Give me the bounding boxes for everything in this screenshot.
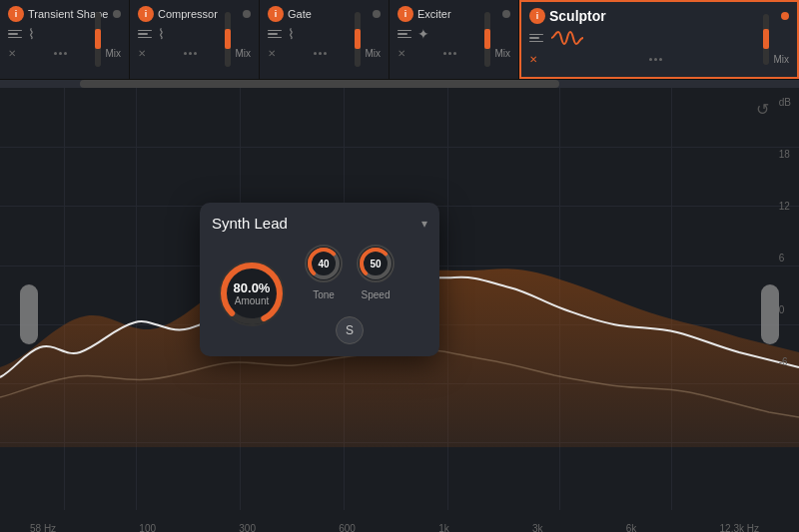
speed-label: Speed xyxy=(362,289,391,300)
wave-icon: ⌇ xyxy=(28,26,35,42)
amount-knob[interactable]: 80.0% Amount xyxy=(212,254,292,333)
freq-label-600: 600 xyxy=(339,523,356,532)
freq-labels: 58 Hz 100 300 600 1k 3k 6k 12.3k Hz xyxy=(0,523,799,532)
plugin-number: i xyxy=(268,6,284,22)
preset-name: Synth Lead xyxy=(212,215,288,232)
amount-label: 80.0% Amount xyxy=(234,279,271,306)
speed-knob[interactable]: 50 Speed xyxy=(354,242,398,300)
freq-label-1k: 1k xyxy=(438,523,449,532)
x-mark[interactable]: ✕ xyxy=(529,54,537,65)
mix-label: Mix xyxy=(105,48,121,59)
plugin-dot xyxy=(113,10,121,18)
db-label-0: 0 xyxy=(779,305,791,315)
fader-thumb[interactable] xyxy=(225,29,231,49)
wave-icon xyxy=(549,28,585,48)
main-area: ↺ dB 18 12 6 0 -6 58 Hz 100 300 600 1k 3… xyxy=(0,88,799,532)
fader-thumb[interactable] xyxy=(484,29,490,49)
db-label-db: dB xyxy=(779,98,791,108)
fader-track[interactable] xyxy=(763,14,769,65)
plugin-dot xyxy=(243,10,251,18)
menu-icon xyxy=(529,34,543,43)
x-mark[interactable]: ✕ xyxy=(398,48,405,59)
s-button[interactable]: S xyxy=(336,316,364,344)
sculptor-dot xyxy=(781,12,789,20)
fader-thumb[interactable] xyxy=(355,29,361,49)
db-label-minus6: -6 xyxy=(779,357,791,367)
plugin-slot-gate[interactable]: i Gate ⌇ ✕ Mix xyxy=(260,0,390,79)
toolbar: i Transient Shaper ⌇ ✕ Mix i Compressor xyxy=(0,0,799,80)
popup-header: Synth Lead ▾ xyxy=(212,215,427,232)
handle-left[interactable] xyxy=(20,284,38,344)
amount-text: Amount xyxy=(234,295,271,306)
freq-label-12k: 12.3k Hz xyxy=(720,523,759,532)
freq-label-58: 58 Hz xyxy=(30,523,56,532)
dots-icon xyxy=(443,52,456,55)
dots-icon xyxy=(314,52,327,55)
sculptor-icons xyxy=(529,28,789,48)
fader-track[interactable] xyxy=(355,12,361,67)
plugin-number: i xyxy=(138,6,154,22)
freq-label-3k: 3k xyxy=(532,523,543,532)
popup-panel: Synth Lead ▾ 80.0% Amount xyxy=(200,203,439,356)
db-label-18: 18 xyxy=(779,150,791,160)
fader-thumb[interactable] xyxy=(763,29,769,49)
tone-knob[interactable]: 40 Tone xyxy=(302,242,346,300)
plugin-dot xyxy=(502,10,510,18)
menu-icon xyxy=(8,30,22,39)
x-mark[interactable]: ✕ xyxy=(268,48,276,59)
small-knobs: 40 Tone 50 Speed xyxy=(302,242,398,300)
plugin-slot-transient[interactable]: i Transient Shaper ⌇ ✕ Mix xyxy=(0,0,130,79)
plugin-slot-sculptor[interactable]: i Sculptor ✕ Mix xyxy=(519,0,799,79)
mix-label: Mix xyxy=(494,48,510,59)
chevron-down-icon[interactable]: ▾ xyxy=(421,217,427,231)
menu-icon xyxy=(398,30,411,39)
freq-label-6k: 6k xyxy=(626,523,637,532)
plugin-number: i xyxy=(398,6,413,22)
svg-text:40: 40 xyxy=(318,259,330,269)
fader-track[interactable] xyxy=(225,12,231,67)
plugin-number: i xyxy=(8,6,24,22)
wave-icon: ✦ xyxy=(417,26,429,42)
plugin-slot-compressor[interactable]: i Compressor ⌇ ✕ Mix xyxy=(130,0,260,79)
dots-icon xyxy=(184,52,197,55)
fader-track[interactable] xyxy=(484,12,490,67)
freq-label-100: 100 xyxy=(139,523,156,532)
menu-icon xyxy=(268,30,282,39)
mix-label: Mix xyxy=(773,54,789,65)
tone-label: Tone xyxy=(313,289,335,300)
dots-icon xyxy=(54,52,67,55)
wave-icon: ⌇ xyxy=(288,26,295,42)
handle-right[interactable] xyxy=(761,284,779,344)
fader-thumb[interactable] xyxy=(95,29,101,49)
svg-text:50: 50 xyxy=(370,259,382,269)
dots-icon xyxy=(649,58,662,61)
plugin-dot xyxy=(373,10,381,18)
fader-track[interactable] xyxy=(95,12,101,67)
freq-label-300: 300 xyxy=(239,523,256,532)
popup-content: 80.0% Amount 40 Tone xyxy=(212,242,427,344)
scrollbar-thumb[interactable] xyxy=(80,80,559,88)
mix-label: Mix xyxy=(365,48,381,59)
refresh-icon[interactable]: ↺ xyxy=(756,100,769,119)
mix-label: Mix xyxy=(235,48,251,59)
x-mark[interactable]: ✕ xyxy=(138,48,146,59)
wave-icon: ⌇ xyxy=(158,26,165,42)
scrollbar[interactable] xyxy=(0,80,799,88)
sculptor-number: i xyxy=(529,8,545,24)
db-labels: dB 18 12 6 0 -6 xyxy=(779,98,791,409)
amount-value: 80.0% xyxy=(234,279,271,295)
sculptor-name: Sculptor xyxy=(549,8,777,24)
menu-icon xyxy=(138,30,152,39)
db-label-12: 12 xyxy=(779,202,791,212)
knobs-panel: 40 Tone 50 Speed xyxy=(302,242,398,344)
plugin-slot-exciter[interactable]: i Exciter ✦ ✕ Mix xyxy=(390,0,519,79)
x-mark[interactable]: ✕ xyxy=(8,48,16,59)
db-label-6: 6 xyxy=(779,254,791,264)
